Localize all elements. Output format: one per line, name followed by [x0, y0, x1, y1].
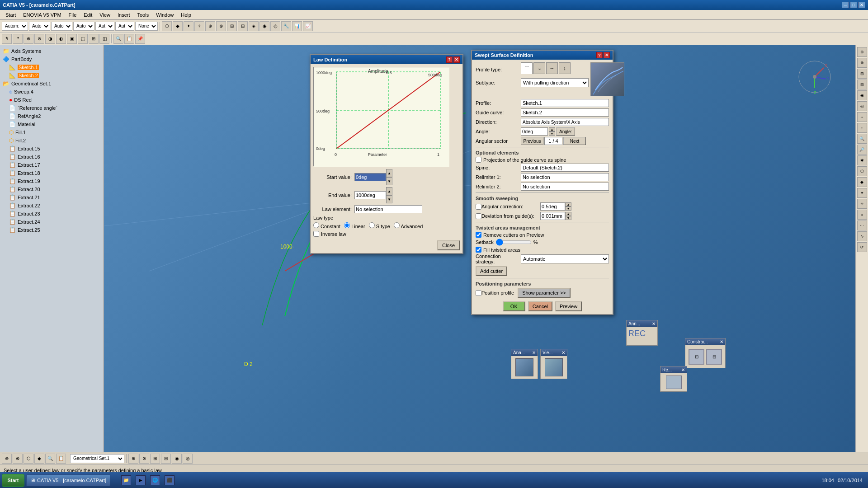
aut-select2[interactable]: Aut	[115, 22, 134, 31]
tree-part-body[interactable]: 🔷 PartBody	[2, 55, 102, 63]
constrai-icon2[interactable]: ⊟	[706, 349, 722, 365]
tb2-btn2[interactable]: ↱	[13, 34, 23, 44]
rt-btn1[interactable]: ⊕	[857, 47, 867, 57]
re-close[interactable]: ✕	[681, 367, 685, 372]
btb8[interactable]: ⊗	[139, 454, 149, 464]
profile-tab3[interactable]: ↔	[546, 62, 558, 74]
constrai-panel-title[interactable]: Constrai... ✕	[685, 338, 725, 345]
add-cutter-btn[interactable]: Add cutter	[476, 266, 507, 276]
rt-btn7[interactable]: ↔	[857, 112, 867, 122]
menu-file[interactable]: File	[65, 11, 80, 19]
start-value-input[interactable]	[354, 173, 386, 181]
tree-ext20[interactable]: 📋 Extract.20	[2, 185, 102, 193]
profile-tab1[interactable]: ⌒	[521, 62, 533, 74]
tb2-btn5[interactable]: ◑	[45, 34, 55, 44]
profile-value[interactable]: Sketch.1	[521, 99, 609, 107]
tb2-btn9[interactable]: ⊞	[89, 34, 99, 44]
rt-btn15[interactable]: ✧	[857, 199, 867, 209]
tb2-btn11[interactable]: 🔍	[113, 34, 123, 44]
end-spin-down[interactable]: ▼	[386, 195, 392, 203]
swept-ok-btn[interactable]: OK	[503, 301, 525, 311]
taskbar-app[interactable]: 🖥 CATIA V5 - [caramelo.CATPart]	[26, 474, 110, 486]
conn-select[interactable]: Automatic	[521, 254, 609, 263]
menu-help[interactable]: Help	[177, 11, 195, 19]
btb3[interactable]: ⬡	[24, 454, 33, 464]
radio-advanced[interactable]	[394, 222, 400, 228]
tb-btn11[interactable]: ◎	[270, 21, 280, 31]
tb-btn4[interactable]: ✧	[194, 21, 204, 31]
ana-panel-title[interactable]: Ana... ✕	[511, 349, 538, 356]
rt-btn9[interactable]: 🔍	[857, 134, 867, 144]
law-close-btn[interactable]: Close	[437, 240, 460, 250]
proj-checkbox[interactable]	[476, 157, 481, 163]
rt-btn12[interactable]: ⬡	[857, 166, 867, 176]
prev-btn[interactable]: Previous	[521, 137, 543, 145]
ann-close[interactable]: ✕	[652, 321, 656, 326]
tb-btn6[interactable]: ⊗	[216, 21, 226, 31]
rt-btn11[interactable]: ✱	[857, 155, 867, 165]
vie-panel-title[interactable]: Vie... ✕	[541, 349, 567, 356]
tree-ext23[interactable]: 📋 Extract.23	[2, 210, 102, 218]
maximize-button[interactable]: □	[850, 2, 857, 8]
law-type-linear[interactable]: Linear	[344, 222, 365, 229]
btb9[interactable]: ⊞	[150, 454, 160, 464]
tree-fill1[interactable]: ⬡ Fill.1	[2, 128, 102, 136]
menu-window[interactable]: Window	[152, 11, 177, 19]
tree-ext16[interactable]: 📋 Extract.16	[2, 153, 102, 161]
swept-help-btn[interactable]: ?	[596, 52, 603, 58]
btb11[interactable]: ◉	[172, 454, 182, 464]
menu-edit[interactable]: Edit	[80, 11, 96, 19]
tb2-btn1[interactable]: ↰	[2, 34, 12, 44]
angle-input[interactable]	[521, 127, 548, 136]
tree-ext15[interactable]: 📋 Extract.15	[2, 145, 102, 153]
rt-btn16[interactable]: ⌾	[857, 210, 867, 220]
swept-cancel-btn[interactable]: Cancel	[528, 301, 552, 311]
next-btn[interactable]: Next	[563, 137, 586, 145]
menu-insert[interactable]: Insert	[114, 11, 134, 19]
tree-ext17[interactable]: 📋 Extract.17	[2, 161, 102, 169]
start-button[interactable]: Start	[2, 474, 24, 487]
start-spin-up[interactable]: ▲	[386, 169, 392, 177]
btb5[interactable]: 🔍	[45, 454, 55, 464]
dev-down[interactable]: ▼	[565, 216, 571, 220]
spine-value[interactable]: Default (Sketch.2)	[521, 164, 609, 172]
angle-spin-up[interactable]: ▲	[549, 127, 555, 131]
swept-close-x-btn[interactable]: ✕	[604, 52, 610, 58]
tree-refangle2[interactable]: 📄 RefAngle2	[2, 112, 102, 120]
inverse-law-checkbox[interactable]	[313, 231, 319, 237]
tb-btn1[interactable]: ⬡	[162, 21, 172, 31]
autom-select[interactable]: Autom:	[2, 22, 28, 31]
tb2-btn10[interactable]: ◫	[99, 34, 109, 44]
btb4[interactable]: ◆	[34, 454, 44, 464]
vie-close[interactable]: ✕	[561, 350, 565, 355]
rt-btn8[interactable]: ↕	[857, 123, 867, 133]
dev-input[interactable]	[540, 212, 565, 220]
btb7[interactable]: ⊕	[128, 454, 138, 464]
tree-geoset1[interactable]: 📂 Geometrical Set.1	[2, 80, 102, 88]
taskbar-icon4[interactable]: ⬛	[165, 475, 175, 485]
angle-spin-down[interactable]: ▼	[549, 131, 555, 136]
law-type-stype[interactable]: S type	[369, 222, 390, 229]
ang-corr-input[interactable]	[540, 202, 565, 211]
auto-select1[interactable]: Auto	[29, 22, 50, 31]
law-element-input[interactable]	[354, 205, 422, 213]
tree-refangle[interactable]: 📄 `Reference angle`	[2, 104, 102, 112]
tree-ext19[interactable]: 📋 Extract.19	[2, 177, 102, 185]
tree-ext21[interactable]: 📋 Extract.21	[2, 193, 102, 202]
tree-axis-systems[interactable]: 📁 Axis Systems	[2, 47, 102, 55]
show-params-btn[interactable]: Show parameter >>	[518, 288, 571, 298]
subtype-select[interactable]: With pulling direction	[521, 78, 589, 87]
dev-up[interactable]: ▲	[565, 212, 571, 216]
btb1[interactable]: ⊕	[2, 454, 12, 464]
rt-btn13[interactable]: ◆	[857, 177, 867, 187]
ang-corr-checkbox[interactable]	[476, 204, 481, 210]
rt-btn17[interactable]: ⋯	[857, 221, 867, 230]
law-type-advanced[interactable]: Advanced	[394, 222, 423, 229]
direction-value[interactable]: Absolute Axis System\X Axis	[521, 118, 609, 126]
menu-start[interactable]: Start	[2, 11, 19, 19]
swept-preview-btn[interactable]: Preview	[555, 301, 582, 311]
menu-tools[interactable]: Tools	[133, 11, 152, 19]
setback-slider[interactable]	[495, 239, 532, 246]
tree-ext18[interactable]: 📋 Extract.18	[2, 169, 102, 177]
btb2[interactable]: ⊗	[13, 454, 23, 464]
